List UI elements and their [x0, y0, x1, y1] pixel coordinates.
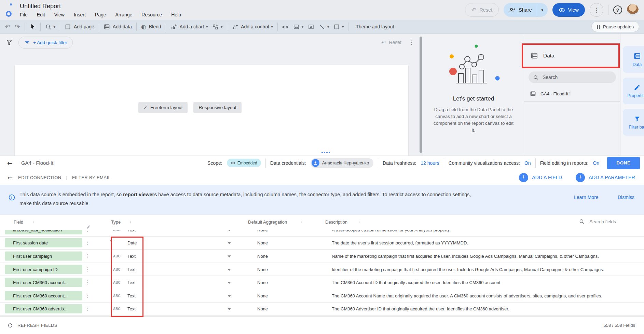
menu-file[interactable]: File — [20, 12, 28, 17]
data-panel-search[interactable]: Search — [529, 71, 616, 83]
table-row[interactable]: First user CM360 advertis... ⋮ ABC Text … — [0, 303, 644, 316]
canvas-more-button[interactable]: ⋮ — [409, 39, 414, 46]
menu-resource[interactable]: Resource — [141, 12, 162, 17]
field-aggregation[interactable]: None — [257, 267, 268, 272]
field-name-chip[interactable]: First user CM360 account... — [5, 278, 82, 287]
row-more-icon[interactable]: ⋮ — [85, 279, 90, 285]
share-dropdown-button[interactable]: ▾ — [537, 3, 548, 17]
field-type[interactable]: Text — [127, 230, 136, 232]
table-row[interactable]: firebase_last_notification ⋮ ABC Text No… — [0, 230, 644, 237]
search-fields-input[interactable]: Search fields — [579, 218, 616, 225]
field-type[interactable]: Text — [127, 267, 136, 272]
field-editing-value-link[interactable]: On — [593, 160, 599, 166]
table-row[interactable]: First user CM360 account... ⋮ ABC Text N… — [0, 276, 644, 289]
row-more-icon[interactable]: ⋮ — [85, 306, 90, 312]
column-header-field[interactable]: Field — [14, 219, 23, 225]
sort-icon[interactable]: ↓ — [301, 219, 303, 224]
undo-button[interactable]: ↶ — [5, 23, 10, 30]
help-button[interactable]: ? — [613, 5, 622, 14]
add-data-button[interactable]: Add data — [104, 24, 132, 30]
field-type[interactable]: Text — [127, 306, 136, 311]
field-aggregation[interactable]: None — [257, 293, 268, 298]
sort-icon[interactable]: ↓ — [32, 219, 34, 224]
field-name-chip[interactable]: First user campaign ID — [5, 265, 82, 274]
view-button[interactable]: View — [552, 3, 585, 17]
row-more-icon[interactable]: ⋮ — [85, 230, 90, 233]
dismiss-link[interactable]: Dismiss — [618, 195, 634, 200]
menu-view[interactable]: View — [54, 12, 65, 17]
report-page[interactable]: ✓ Freeform layout Responsive layout — [14, 65, 409, 156]
looker-studio-logo[interactable] — [5, 2, 16, 17]
add-a-field-button[interactable]: ADD A FIELD — [519, 173, 562, 182]
learn-more-link[interactable]: Learn More — [574, 195, 599, 200]
blend-button[interactable]: ◐ Blend — [141, 23, 161, 30]
insert-image-button[interactable]: ▾ — [293, 24, 303, 30]
sort-icon[interactable]: ↓ — [129, 219, 131, 224]
field-name-chip[interactable]: First user campaign — [5, 251, 82, 260]
community-viz-value-link[interactable]: On — [524, 160, 531, 166]
back-arrow-button[interactable]: ← — [7, 159, 13, 167]
type-dropdown-icon[interactable] — [228, 308, 231, 310]
responsive-layout-button[interactable]: Responsive layout — [193, 102, 241, 113]
back-arrow-button[interactable]: ← — [8, 174, 13, 181]
row-more-icon[interactable]: ⋮ — [85, 266, 90, 272]
menu-insert[interactable]: Insert — [74, 12, 86, 17]
field-aggregation[interactable]: None — [257, 240, 268, 245]
freeform-layout-button[interactable]: ✓ Freeform layout — [138, 102, 188, 113]
share-button[interactable]: Share — [504, 3, 537, 17]
add-chart-button[interactable]: Add a chart ▾ — [170, 24, 208, 30]
row-more-icon[interactable]: ⋮ — [85, 293, 90, 299]
field-type[interactable]: Text — [127, 293, 136, 298]
type-dropdown-icon[interactable] — [228, 295, 231, 297]
field-aggregation[interactable]: None — [257, 253, 268, 258]
tab-properties[interactable]: Properties — [623, 78, 644, 104]
table-row[interactable]: First session date ⋮ Date None The date … — [0, 237, 644, 250]
freshness-value-link[interactable]: 12 hours — [421, 160, 439, 166]
field-name-chip[interactable]: First user CM360 advertis... — [5, 304, 82, 313]
type-dropdown-icon[interactable] — [228, 242, 231, 244]
menu-help[interactable]: Help — [171, 12, 181, 17]
pause-updates-button[interactable]: Pause updates — [591, 21, 639, 32]
field-aggregation[interactable]: None — [257, 280, 268, 285]
add-page-button[interactable]: Add page — [65, 24, 94, 30]
edit-field-icon[interactable] — [86, 225, 91, 229]
row-more-icon[interactable]: ⋮ — [85, 253, 90, 259]
field-name-chip[interactable]: First session date — [5, 238, 82, 248]
type-dropdown-icon[interactable] — [228, 255, 231, 257]
field-name-chip[interactable]: First user CM360 account... — [5, 291, 82, 300]
insert-shape-button[interactable]: ▾ — [333, 24, 344, 30]
field-aggregation[interactable]: None — [257, 306, 268, 311]
filter-by-email-link[interactable]: FILTER BY EMAIL — [72, 175, 111, 180]
data-source-item[interactable]: GA4 - Flood-It! — [524, 86, 620, 102]
tab-data[interactable]: Data — [623, 46, 644, 73]
add-quick-filter-button[interactable]: + Add quick filter — [18, 37, 73, 49]
type-dropdown-icon[interactable] — [228, 230, 231, 231]
row-more-icon[interactable]: ⋮ — [85, 240, 90, 246]
report-title[interactable]: Untitled Report — [20, 3, 181, 10]
user-avatar[interactable] — [627, 4, 639, 16]
table-row[interactable]: First user campaign ID ⋮ ABC Text None I… — [0, 263, 644, 276]
menu-arrange[interactable]: Arrange — [115, 12, 133, 17]
reset-button[interactable]: ↶ Reset — [465, 3, 499, 17]
edit-connection-link[interactable]: EDIT CONNECTION — [18, 175, 61, 180]
menu-edit[interactable]: Edit — [37, 12, 45, 17]
zoom-button[interactable]: ▾ — [45, 24, 55, 30]
credentials-chip[interactable]: Анастасія Чернушенко — [311, 158, 373, 168]
table-row[interactable]: First user CM360 account... ⋮ ABC Text N… — [0, 289, 644, 303]
sort-icon[interactable]: ↓ — [358, 219, 360, 224]
redo-button[interactable]: ↷ — [15, 23, 20, 30]
column-header-description[interactable]: Description — [325, 219, 347, 225]
table-row[interactable]: First user campaign ⋮ ABC Text None Name… — [0, 250, 644, 263]
more-options-button[interactable]: ⋮ — [590, 3, 603, 17]
add-a-parameter-button[interactable]: ADD A PARAMETER — [576, 173, 635, 182]
type-dropdown-icon[interactable] — [228, 282, 231, 284]
column-header-type[interactable]: Type — [111, 219, 121, 225]
vertical-scrollbar[interactable] — [420, 37, 422, 153]
column-header-aggregation[interactable]: Default Aggregation — [248, 219, 287, 225]
tab-filter-bar[interactable]: Filter bar — [623, 109, 644, 136]
type-dropdown-icon[interactable] — [228, 269, 231, 271]
field-type[interactable]: Text — [127, 280, 136, 285]
insert-line-button[interactable]: ▾ — [319, 24, 329, 30]
text-box-button[interactable] — [308, 24, 314, 30]
add-control-button[interactable]: Add a control ▾ — [232, 24, 273, 30]
